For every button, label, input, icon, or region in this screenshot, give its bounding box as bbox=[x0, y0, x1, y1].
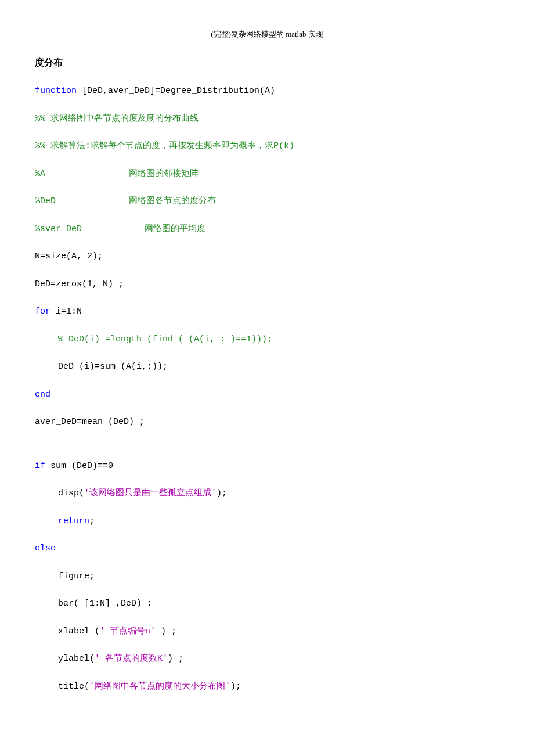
comment: %% 求网络图中各节点的度及度的分布曲线 bbox=[35, 114, 199, 124]
code-line-16: return; bbox=[35, 516, 499, 527]
code-text: sum (DeD)==0 bbox=[45, 461, 113, 471]
string-literal: '网络图中各节点的度的大小分布图' bbox=[89, 682, 230, 692]
code-text: ; bbox=[89, 516, 95, 526]
code-text: title( bbox=[58, 682, 89, 692]
section-title: 度分布 bbox=[35, 57, 499, 69]
code-line-1: function [DeD,aver_DeD]=Degree_Distribut… bbox=[35, 85, 499, 97]
code-line-21: ylabel(' 各节点的度数K') ; bbox=[35, 653, 499, 665]
code-text: xlabel ( bbox=[58, 627, 100, 636]
keyword-function: function bbox=[35, 86, 77, 96]
code-line-4: %A————————————————网络图的邻接矩阵 bbox=[35, 168, 499, 180]
code-line-15: disp('该网络图只是由一些孤立点组成'); bbox=[35, 488, 499, 499]
code-text: DeD=zeros(1, N) ; bbox=[35, 279, 124, 289]
code-line-18: figure; bbox=[35, 571, 499, 582]
comment: %A————————————————网络图的邻接矩阵 bbox=[35, 169, 199, 179]
keyword-end: end bbox=[35, 390, 50, 399]
code-line-17: else bbox=[35, 543, 499, 555]
code-line-5: %DeD——————————————网络图各节点的度分布 bbox=[35, 196, 499, 207]
code-line-22: title('网络图中各节点的度的大小分布图'); bbox=[35, 681, 499, 693]
code-line-6: %aver_DeD————————————网络图的平均度 bbox=[35, 224, 499, 235]
string-literal: ' 节点编号n' bbox=[100, 627, 161, 636]
code-line-14: if sum (DeD)==0 bbox=[35, 460, 499, 472]
code-text: ) ; bbox=[161, 627, 176, 636]
code-text: N=size(A, 2); bbox=[35, 251, 103, 261]
code-text: i=1:N bbox=[50, 307, 82, 316]
keyword-else: else bbox=[35, 543, 56, 553]
code-text: ) ; bbox=[168, 654, 183, 664]
document-page: (完整)复杂网络模型的 matlab 实现 度分布 function [DeD,… bbox=[0, 0, 534, 737]
code-line-8: DeD=zeros(1, N) ; bbox=[35, 279, 499, 290]
code-text: bar( [1:N] ,DeD) ; bbox=[58, 599, 152, 609]
code-text: aver_DeD=mean (DeD) ; bbox=[35, 417, 145, 427]
code-line-20: xlabel (' 节点编号n' ) ; bbox=[35, 626, 499, 638]
code-text: [DeD,aver_DeD]=Degree_Distribution(A) bbox=[77, 86, 275, 96]
code-text: ylabel( bbox=[58, 654, 95, 664]
comment: % DeD(i) =length (find ( (A(i, : )==1)))… bbox=[58, 334, 272, 344]
code-line-10: % DeD(i) =length (find ( (A(i, : )==1)))… bbox=[35, 334, 499, 345]
keyword-for: for bbox=[35, 307, 50, 316]
code-line-12: end bbox=[35, 389, 499, 401]
code-text: DeD (i)=sum (A(i,:)); bbox=[58, 362, 168, 372]
comment: %DeD——————————————网络图各节点的度分布 bbox=[35, 196, 216, 206]
code-text: disp( bbox=[58, 488, 84, 498]
keyword-return: return bbox=[58, 516, 89, 526]
page-header: (完整)复杂网络模型的 matlab 实现 bbox=[35, 29, 499, 39]
code-text: figure; bbox=[58, 571, 95, 581]
code-line-19: bar( [1:N] ,DeD) ; bbox=[35, 598, 499, 610]
code-line-2: %% 求网络图中各节点的度及度的分布曲线 bbox=[35, 113, 499, 125]
code-line-13: aver_DeD=mean (DeD) ; bbox=[35, 416, 499, 428]
code-text: ); bbox=[217, 488, 227, 498]
comment: %% 求解算法:求解每个节点的度，再按发生频率即为概率，求P(k) bbox=[35, 141, 294, 151]
comment: %aver_DeD————————————网络图的平均度 bbox=[35, 224, 205, 234]
code-text: ); bbox=[230, 682, 241, 692]
keyword-if: if bbox=[35, 461, 45, 471]
string-literal: ' 各节点的度数K' bbox=[95, 654, 168, 664]
string-literal: '该网络图只是由一些孤立点组成' bbox=[84, 488, 217, 498]
code-line-7: N=size(A, 2); bbox=[35, 251, 499, 262]
code-line-9: for i=1:N bbox=[35, 306, 499, 318]
code-line-11: DeD (i)=sum (A(i,:)); bbox=[35, 361, 499, 373]
code-line-3: %% 求解算法:求解每个节点的度，再按发生频率即为概率，求P(k) bbox=[35, 141, 499, 152]
